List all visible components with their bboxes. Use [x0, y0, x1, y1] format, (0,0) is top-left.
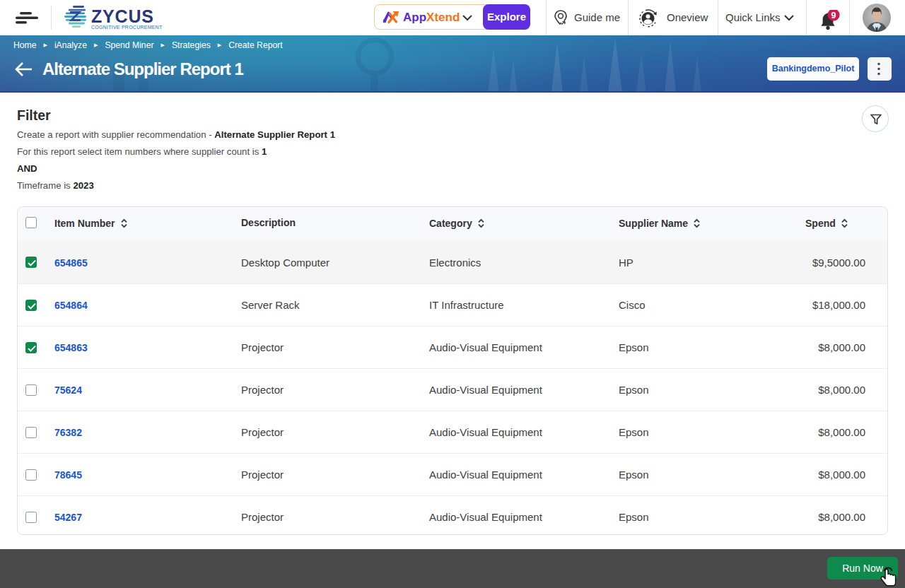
- svg-text:ZYCUS: ZYCUS: [91, 6, 154, 26]
- svg-text:9: 9: [831, 11, 836, 20]
- svg-text:COGNITIVE PROCUREMENT: COGNITIVE PROCUREMENT: [91, 25, 163, 30]
